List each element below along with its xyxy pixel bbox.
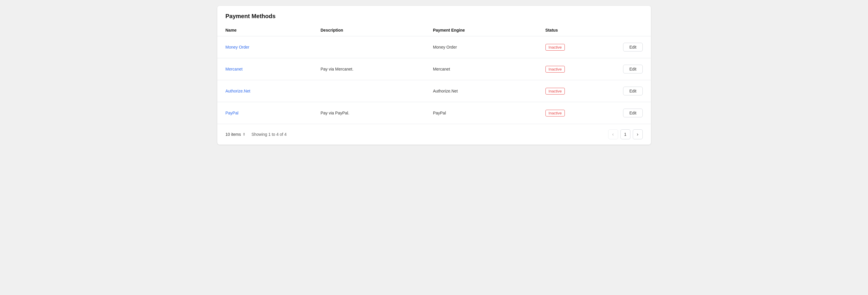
cell-description-2	[312, 80, 425, 102]
edit-button-3[interactable]: Edit	[623, 108, 643, 117]
name-link-2[interactable]: Authorize.Net	[225, 89, 250, 93]
status-badge-3: Inactive	[546, 110, 565, 117]
name-link-0[interactable]: Money Order	[225, 45, 250, 50]
table-row: Mercanet Pay via Mercanet. Mercanet Inac…	[217, 58, 651, 80]
showing-text: Showing 1 to 4 of 4	[251, 132, 286, 137]
cell-status-1: Inactive	[537, 58, 615, 80]
cell-name-1: Mercanet	[217, 58, 313, 80]
card-header: Payment Methods	[217, 6, 651, 24]
cell-action-3: Edit	[615, 102, 651, 124]
items-per-page-label: 10 items	[225, 132, 241, 137]
pagination: ‹ 1 ›	[608, 129, 643, 139]
next-page-button[interactable]: ›	[633, 129, 643, 139]
payment-methods-table: Name Description Payment Engine Status M…	[217, 24, 651, 124]
cell-description-3: Pay via PayPal.	[312, 102, 425, 124]
page-title: Payment Methods	[225, 13, 643, 20]
status-badge-0: Inactive	[546, 44, 565, 51]
page-container: Payment Methods Name Description Payment…	[217, 6, 651, 144]
col-header-description: Description	[312, 24, 425, 36]
table-row: Authorize.Net Authorize.Net Inactive Edi…	[217, 80, 651, 102]
table-header-row: Name Description Payment Engine Status	[217, 24, 651, 36]
cell-action-1: Edit	[615, 58, 651, 80]
cell-engine-3: PayPal	[425, 102, 537, 124]
cell-name-0: Money Order	[217, 36, 313, 58]
cell-description-0	[312, 36, 425, 58]
cell-name-3: PayPal	[217, 102, 313, 124]
edit-button-2[interactable]: Edit	[623, 87, 643, 95]
col-header-name: Name	[217, 24, 313, 36]
cell-status-0: Inactive	[537, 36, 615, 58]
cell-status-2: Inactive	[537, 80, 615, 102]
edit-button-0[interactable]: Edit	[623, 43, 643, 52]
table-row: Money Order Money Order Inactive Edit	[217, 36, 651, 58]
prev-icon: ‹	[612, 132, 614, 137]
prev-page-button[interactable]: ‹	[608, 129, 618, 139]
col-header-engine: Payment Engine	[425, 24, 537, 36]
table-footer: 10 items ⇕ Showing 1 to 4 of 4 ‹ 1 ›	[217, 124, 651, 144]
cell-engine-2: Authorize.Net	[425, 80, 537, 102]
status-badge-2: Inactive	[546, 88, 565, 95]
cell-description-1: Pay via Mercanet.	[312, 58, 425, 80]
items-per-page-selector[interactable]: 10 items ⇕	[225, 132, 246, 137]
cell-engine-0: Money Order	[425, 36, 537, 58]
name-link-3[interactable]: PayPal	[225, 110, 239, 115]
cell-name-2: Authorize.Net	[217, 80, 313, 102]
cell-action-2: Edit	[615, 80, 651, 102]
cell-action-0: Edit	[615, 36, 651, 58]
edit-button-1[interactable]: Edit	[623, 65, 643, 73]
cell-engine-1: Mercanet	[425, 58, 537, 80]
main-card: Payment Methods Name Description Payment…	[217, 6, 651, 144]
name-link-1[interactable]: Mercanet	[225, 67, 243, 71]
current-page-number: 1	[620, 129, 630, 139]
table-wrapper: Name Description Payment Engine Status M…	[217, 24, 651, 124]
col-header-status: Status	[537, 24, 615, 36]
footer-left: 10 items ⇕ Showing 1 to 4 of 4	[225, 132, 287, 137]
next-icon: ›	[637, 132, 638, 137]
items-sort-icon: ⇕	[243, 132, 246, 136]
status-badge-1: Inactive	[546, 66, 565, 73]
cell-status-3: Inactive	[537, 102, 615, 124]
table-row: PayPal Pay via PayPal. PayPal Inactive E…	[217, 102, 651, 124]
col-header-action	[615, 24, 651, 36]
